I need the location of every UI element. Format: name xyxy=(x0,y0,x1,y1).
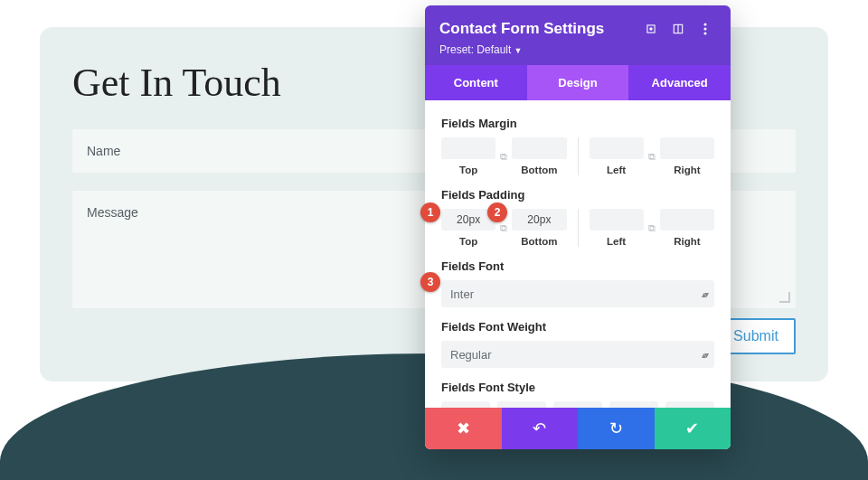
settings-panel: Contact Form Settings Preset: Default▼ C… xyxy=(425,5,731,449)
undo-button[interactable]: ↶ xyxy=(502,408,579,449)
caption-left: Left xyxy=(607,236,626,247)
underline-button[interactable]: U xyxy=(609,401,658,408)
tab-content[interactable]: Content xyxy=(425,65,527,100)
annotation-marker-1: 1 xyxy=(420,202,440,222)
more-icon[interactable] xyxy=(694,18,716,40)
link-icon[interactable]: ⧉ xyxy=(497,222,510,234)
caption-left: Left xyxy=(607,165,626,175)
margin-row: Top ⧉ Bottom Left ⧉ Right xyxy=(441,137,714,175)
font-weight-select[interactable]: Regular ▴▾ xyxy=(441,341,714,368)
columns-icon[interactable] xyxy=(667,18,689,40)
panel-body: Fields Margin Top ⧉ Bottom Left ⧉ xyxy=(425,100,731,408)
divider xyxy=(578,137,579,175)
preset-label: Preset: Default xyxy=(439,43,511,56)
italic-button[interactable]: I xyxy=(441,401,490,408)
svg-point-4 xyxy=(703,23,706,25)
font-value: Inter xyxy=(450,287,474,301)
strike-button[interactable]: S xyxy=(665,401,714,408)
link-icon[interactable]: ⧉ xyxy=(646,222,658,234)
panel-footer: ✖ ↶ ↻ ✔ xyxy=(425,408,731,449)
fields-font-style-label: Fields Font Style xyxy=(441,381,714,394)
svg-point-5 xyxy=(703,27,706,30)
padding-left-input[interactable] xyxy=(590,209,644,231)
padding-bottom-input[interactable]: 20px xyxy=(512,209,566,231)
undo-icon: ↶ xyxy=(533,419,546,438)
caption-bottom: Bottom xyxy=(521,236,557,247)
padding-right-input[interactable] xyxy=(660,209,714,231)
margin-left-input[interactable] xyxy=(590,137,644,159)
svg-point-1 xyxy=(650,28,652,30)
caption-top: Top xyxy=(459,236,477,247)
save-button[interactable]: ✔ xyxy=(655,408,731,449)
caption-bottom: Bottom xyxy=(521,165,557,175)
margin-right-input[interactable] xyxy=(660,137,714,159)
caption-right: Right xyxy=(674,165,700,175)
margin-top-input[interactable] xyxy=(441,137,495,159)
tabs: Content Design Advanced xyxy=(425,65,731,100)
font-weight-value: Regular xyxy=(450,348,492,362)
submit-label: Submit xyxy=(733,328,778,344)
check-icon: ✔ xyxy=(685,419,699,438)
font-select[interactable]: Inter ▴▾ xyxy=(441,280,714,307)
svg-point-6 xyxy=(703,32,706,34)
annotation-marker-2: 2 xyxy=(487,202,507,222)
redo-button[interactable]: ↻ xyxy=(578,408,655,449)
panel-title: Contact Form Settings xyxy=(439,20,635,38)
link-icon[interactable]: ⧉ xyxy=(497,151,510,163)
name-placeholder: Name xyxy=(87,144,120,158)
updown-icon: ▴▾ xyxy=(702,350,707,360)
margin-bottom-input[interactable] xyxy=(512,137,566,159)
preset-selector[interactable]: Preset: Default▼ xyxy=(439,43,716,56)
fields-font-label: Fields Font xyxy=(441,259,714,273)
updown-icon: ▴▾ xyxy=(702,289,707,299)
redo-icon: ↻ xyxy=(609,419,623,438)
tab-design[interactable]: Design xyxy=(527,65,629,100)
fields-margin-label: Fields Margin xyxy=(441,117,714,130)
fields-font-weight-label: Fields Font Weight xyxy=(441,320,714,334)
font-style-row: I TT Tᴛ U S xyxy=(441,401,714,408)
caret-down-icon: ▼ xyxy=(514,46,522,55)
divider xyxy=(578,209,579,247)
close-icon: ✖ xyxy=(457,419,470,438)
caption-right: Right xyxy=(674,236,700,247)
padding-row: 20px Top ⧉ 20px Bottom Left ⧉ Right xyxy=(441,209,714,247)
cancel-button[interactable]: ✖ xyxy=(425,408,502,449)
smallcaps-button[interactable]: Tᴛ xyxy=(553,401,602,408)
fields-padding-label: Fields Padding xyxy=(441,188,714,202)
caption-top: Top xyxy=(459,165,477,175)
message-placeholder: Message xyxy=(87,205,138,220)
tab-advanced[interactable]: Advanced xyxy=(628,65,731,100)
expand-icon[interactable] xyxy=(640,18,662,40)
uppercase-button[interactable]: TT xyxy=(497,401,546,408)
link-icon[interactable]: ⧉ xyxy=(646,151,658,163)
annotation-marker-3: 3 xyxy=(420,272,440,292)
panel-header: Contact Form Settings Preset: Default▼ xyxy=(425,5,731,65)
